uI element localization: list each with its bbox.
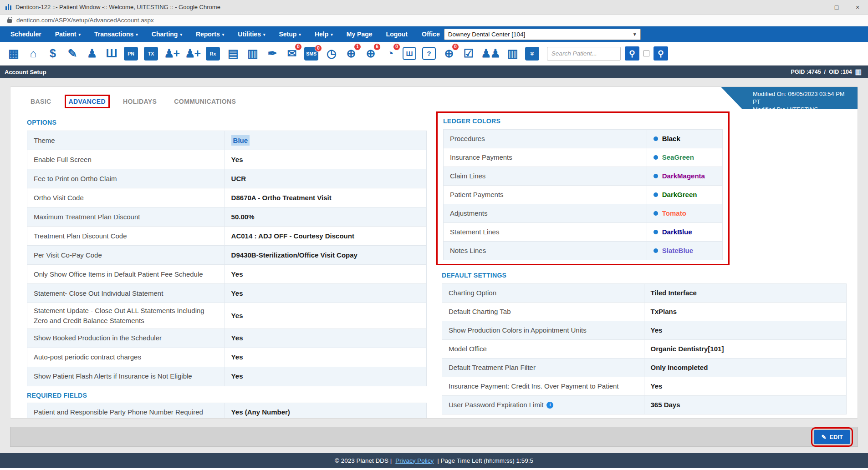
notification-badge: 0	[315, 45, 322, 52]
web-scheduler-icon[interactable]: ⊕ 1	[344, 45, 357, 62]
copyright-text: © 2023 Planet DDS |	[335, 457, 392, 464]
tooth-reference-icon[interactable]: Ш	[403, 47, 416, 60]
edit-button[interactable]: ✎ EDIT	[814, 430, 850, 444]
online-patients-icon[interactable]: ⊕ 6	[363, 45, 377, 62]
ledger-colors-table: Procedures Black	[443, 129, 723, 260]
table-row: Ortho Visit Code D8670A - Ortho Treatmen…	[27, 188, 426, 207]
search-patient-input[interactable]	[547, 47, 621, 61]
row-label: Ortho Visit Code	[27, 188, 225, 207]
batch-print-icon[interactable]: ▥	[505, 45, 519, 62]
tab-basic[interactable]: BASIC	[29, 97, 53, 106]
page-header-bar: Account Setup PGID :4745 / OID :104 ▥	[0, 66, 868, 78]
patient-window-icon[interactable]: ♟	[85, 45, 98, 62]
dropdown-caret-icon: ▾	[78, 32, 81, 37]
options-section-title: OPTIONS	[27, 119, 427, 126]
help-reference-icon[interactable]: ?	[422, 47, 436, 60]
info-icon[interactable]	[546, 402, 553, 409]
advanced-patient-search-icon[interactable]: ⚲	[654, 46, 668, 61]
print-page-icon[interactable]: ▥	[855, 68, 862, 76]
web-forms-icon[interactable]: ⊕ 0	[442, 45, 455, 62]
row-value: UCR	[225, 169, 426, 188]
url-text[interactable]: denticon.com/ASPX/setup/AdvancedAccount.…	[16, 17, 154, 24]
pn-icon[interactable]: PN	[124, 47, 138, 61]
dropdown-caret-icon: ▾	[331, 32, 333, 37]
row-label: User Password Expiration Limit	[442, 396, 644, 414]
pending-appointments-icon[interactable]: ◔ 0	[383, 45, 397, 62]
row-value: Tomato	[647, 204, 722, 222]
messages-icon[interactable]: ✉ 0	[285, 45, 298, 62]
table-row: Statement- Close Out Individual Statemen…	[27, 284, 426, 303]
table-row: Per Visit Co-Pay Code D9430B-Sterilizati…	[27, 246, 426, 265]
tab-holidays[interactable]: HOLIDAYS	[121, 97, 158, 106]
search-option-checkbox[interactable]	[643, 51, 649, 56]
collapse-toolbar-icon[interactable]: »	[525, 47, 539, 61]
icon-toolbar: ▦ ⌂ $ ✎ ♟ Ш	[0, 42, 868, 66]
color-dot	[654, 174, 658, 178]
scheduler-icon[interactable]: ▦	[6, 45, 20, 62]
add-patient-icon[interactable]: ♟+	[164, 45, 179, 62]
tab-advanced[interactable]: ADVANCED	[67, 97, 108, 106]
nav-patient[interactable]: Patient ▾	[48, 30, 87, 38]
fax-icon[interactable]: ▤	[226, 45, 240, 62]
row-value: Yes	[225, 303, 426, 328]
row-label: Insurance Payments	[444, 148, 647, 167]
print-documents-icon[interactable]: ▥	[245, 45, 259, 62]
row-label: Statement Update - Close Out ALL Stateme…	[27, 303, 225, 328]
table-row: Maximum Treatment Plan Discount 50.00%	[27, 207, 426, 227]
row-label: Treatment Plan Discount Code	[27, 227, 225, 245]
table-row: Show Production Colors in Appointment Un…	[442, 321, 846, 340]
tooth-chart-icon[interactable]: Ш	[104, 45, 118, 62]
row-label: Default Charting Tab	[442, 303, 644, 321]
patient-search-icon[interactable]: ⚲	[625, 46, 639, 61]
privacy-policy-link[interactable]: Privacy Policy	[395, 457, 434, 464]
nav-charting[interactable]: Charting ▾	[145, 30, 189, 38]
home-icon[interactable]: ⌂	[26, 45, 40, 62]
staff-icon[interactable]: ♟♟	[481, 45, 500, 62]
dropdown-caret-icon: ▾	[299, 32, 301, 37]
row-label: Default Treatment Plan Filter	[442, 359, 644, 377]
table-row: Enable Full Screen Yes	[27, 150, 426, 169]
time-clock-icon[interactable]: ◷	[324, 45, 338, 62]
minimize-button[interactable]: —	[805, 0, 826, 14]
add-responsible-party-icon[interactable]: ♟+	[185, 45, 200, 62]
address-bar[interactable]: denticon.com/ASPX/setup/AdvancedAccount.…	[0, 15, 868, 26]
row-value: Yes	[225, 150, 426, 169]
row-value: TxPlans	[644, 303, 847, 321]
row-label: Auto-post periodic contract charges	[27, 348, 225, 367]
progress-notes-edit-icon[interactable]: ✎	[65, 45, 79, 62]
maximize-button[interactable]: □	[826, 0, 847, 14]
page-title: Account Setup	[5, 69, 46, 76]
office-select-value: Downey Dental Center [104]	[448, 31, 526, 38]
office-select[interactable]: Downey Dental Center [104] ▼	[444, 29, 641, 40]
row-value: Yes	[644, 321, 847, 339]
esign-icon[interactable]: ✒	[265, 45, 279, 62]
row-value: Only Incompleted	[644, 359, 847, 377]
row-value: Blue	[225, 131, 426, 150]
nav-logout[interactable]: Logout ▾	[379, 30, 414, 38]
nav-scheduler[interactable]: Scheduler ▾	[4, 30, 48, 38]
sms-icon[interactable]: SMS 0	[304, 47, 318, 61]
tab-communications[interactable]: COMMUNICATIONS	[172, 97, 238, 106]
close-button[interactable]: ×	[847, 0, 868, 14]
color-dot	[654, 136, 658, 141]
nav-transactions[interactable]: Transactions ▾	[87, 30, 145, 38]
row-value: D9430B-Sterilization/Office Visit Copay	[225, 246, 426, 264]
table-row: Only Show Office Items in Default Patien…	[27, 265, 426, 284]
nav-my-page[interactable]: My Page ▾	[340, 30, 379, 38]
appointment-confirmation-icon[interactable]: ☑	[461, 45, 475, 62]
nav-setup[interactable]: Setup ▾	[272, 30, 307, 38]
table-row: Notes Lines SlateBlue	[444, 242, 722, 260]
nav-utilities[interactable]: Utilities ▾	[231, 30, 272, 38]
lock-icon[interactable]	[7, 19, 12, 23]
nav-help[interactable]: Help ▾	[308, 30, 340, 38]
table-row: Default Charting Tab TxPlans	[442, 303, 846, 321]
rx-icon[interactable]: Rx	[206, 47, 220, 61]
table-row: Auto-post periodic contract charges Yes	[27, 348, 426, 367]
tx-icon[interactable]: TX	[144, 47, 158, 61]
required-fields-section: REQUIRED FIELDS Patient and Responsible …	[27, 392, 427, 419]
session-time-left: | Page Time Left (hh:mm:ss) 1:59:5	[437, 457, 533, 464]
notification-badge: 1	[354, 43, 361, 51]
table-row: Patient and Responsible Party Phone Numb…	[27, 403, 426, 419]
payments-icon[interactable]: $	[46, 45, 59, 62]
nav-reports[interactable]: Reports ▾	[189, 30, 231, 38]
